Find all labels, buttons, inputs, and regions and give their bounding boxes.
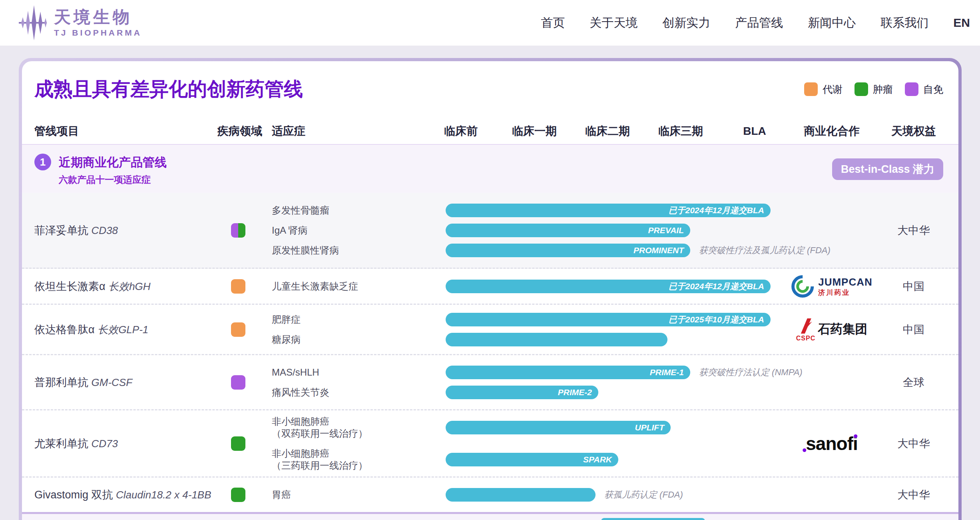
legend-item-0: 代谢: [804, 82, 843, 96]
logo-text: 天境生物 TJ BIOPHARMA: [54, 8, 142, 37]
product-target: GM-CSF: [92, 376, 133, 388]
legend-item-1: 肿瘤: [855, 82, 893, 96]
trial-name-label: 已于2024年12月递交BLA: [669, 205, 764, 216]
progress-bar: PRIME-1: [446, 366, 690, 379]
designation-note: 获突破性疗法及孤儿药认定 (FDA): [699, 244, 831, 256]
indication-line-1: 痛风性关节炎PRIME-2: [272, 382, 958, 402]
progress-bar: PREVAIL: [446, 224, 690, 237]
pipeline-row-1: 菲泽妥单抗 CD38多发性骨髓瘤已于2024年12月递交BLAIgA 肾病PRE…: [22, 193, 958, 269]
indication-line-0: 多发性骨髓瘤已于2024年12月递交BLA: [272, 200, 958, 220]
nav-item-pipeline[interactable]: 产品管线: [735, 15, 783, 31]
rights-region: 大中华: [898, 436, 930, 451]
rights-region: 中国: [903, 322, 924, 337]
column-header-4: 临床一期: [512, 124, 557, 139]
pipeline-row-4: 普那利单抗 GM-CSFMAS/sHLHPRIME-1获突破性疗法认定 (NMP…: [22, 355, 958, 410]
nav-item-home[interactable]: 首页: [541, 15, 565, 31]
partner-logo-cell: JUMPCAN济川药业: [791, 275, 872, 298]
product-cn-name: 普那利单抗: [34, 376, 92, 388]
trial-name-label: PREVAIL: [648, 226, 684, 235]
legend-label: 代谢: [823, 83, 843, 96]
page-title: 成熟且具有差异化的创新药管线: [34, 76, 303, 102]
product-name: 依达格鲁肽α 长效GLP-1: [34, 322, 148, 337]
product-cn-name: 依达格鲁肽α: [34, 324, 98, 336]
product-target: 长效GLP-1: [98, 324, 148, 336]
indication-name: 原发性膜性肾病: [272, 244, 339, 256]
column-header-5: 临床二期: [585, 124, 630, 139]
disease-area-indicator: [231, 436, 245, 451]
progress-bar: UPLIFT: [446, 421, 671, 434]
trial-name-label: PRIME-2: [558, 388, 592, 397]
nav-item-contact[interactable]: 联系我们: [880, 15, 928, 31]
column-header-7: BLA: [743, 125, 766, 138]
disease-area-indicator: [231, 488, 245, 502]
company-logo[interactable]: 天境生物 TJ BIOPHARMA: [19, 4, 142, 41]
trial-name-label: 已于2025年10月递交BLA: [669, 314, 764, 325]
trial-name-label: SPARK: [583, 455, 612, 464]
cspc-logo-mark: CSPC: [796, 318, 815, 342]
product-target: CD38: [92, 224, 118, 236]
indication-name: 非小细胞肺癌（双药联用一线治疗）: [272, 416, 368, 440]
rights-region: 大中华: [898, 488, 930, 502]
rights-region: 中国: [903, 279, 924, 294]
indication-lines: MAS/sHLHPRIME-1获突破性疗法认定 (NMPA)痛风性关节炎PRIM…: [272, 355, 958, 409]
progress-bar: 已于2024年12月递交BLA: [446, 280, 771, 293]
logo-cn: 天境生物: [54, 8, 142, 26]
product-cn-name: 依坦生长激素α: [34, 280, 108, 292]
disease-area-indicator: [231, 322, 245, 337]
legend-label: 肿瘤: [873, 83, 893, 96]
nav-item-lang-en[interactable]: EN: [953, 16, 970, 30]
pipeline-card: 成熟且具有差异化的创新药管线 代谢肿瘤自免 管线项目疾病领域适应症临床前临床一期…: [19, 58, 962, 520]
cspc-cn-name: 石药集团: [818, 321, 867, 338]
indication-line-1: IgA 肾病PREVAIL: [272, 220, 958, 240]
progress-bar: [446, 333, 667, 346]
product-target: Claudin18.2 x 4-1BB: [116, 489, 211, 501]
indication-name: 痛风性关节炎: [272, 386, 329, 398]
indication-name: 糖尿病: [272, 334, 301, 346]
section-title: 近期商业化产品管线: [59, 154, 167, 171]
indication-lines: 胃癌获孤儿药认定 (FDA): [272, 478, 958, 512]
nav-item-news[interactable]: 新闻中心: [808, 15, 856, 31]
disease-area-indicator: [231, 223, 245, 238]
sanofi-i-dot: i: [853, 433, 858, 454]
nav-item-innovation[interactable]: 创新实力: [662, 15, 710, 31]
title-row: 成熟且具有差异化的创新药管线 代谢肿瘤自免: [34, 73, 943, 105]
rights-region: 大中华: [898, 223, 930, 238]
cspc-logo: CSPC石药集团: [796, 318, 867, 342]
pipeline-row-5: 尤莱利单抗 CD73非小细胞肺癌（双药联用一线治疗）UPLIFT非小细胞肺癌（三…: [22, 410, 958, 478]
legend-label: 自免: [923, 83, 943, 96]
pipeline-row-3: 依达格鲁肽α 长效GLP-1肥胖症已于2025年10月递交BLA糖尿病CSPC石…: [22, 305, 958, 355]
progress-bar: [446, 488, 596, 502]
partner-logo-cell: CSPC石药集团: [796, 318, 867, 342]
column-header-1: 疾病领域: [217, 124, 262, 139]
column-header-8: 商业化合作: [804, 124, 860, 139]
column-header-9: 天境权益: [891, 124, 936, 139]
cspc-en-name: CSPC: [796, 335, 815, 342]
waveform-logo-icon: [19, 4, 48, 41]
trial-name-label: PRIME-1: [650, 368, 684, 377]
product-cn-name: 尤莱利单抗: [34, 438, 92, 450]
sanofi-logo: sanofi: [806, 433, 857, 454]
section-subtitle: 六款产品十一项适应症: [59, 174, 151, 186]
pipeline-card-inner: 成熟且具有差异化的创新药管线 代谢肿瘤自免 管线项目疾病领域适应症临床前临床一期…: [22, 61, 958, 520]
product-name: 普那利单抗 GM-CSF: [34, 375, 132, 390]
progress-bar: 已于2025年10月递交BLA: [446, 313, 771, 326]
indication-line-0: MAS/sHLHPRIME-1获突破性疗法认定 (NMPA): [272, 362, 958, 382]
legend-item-2: 自免: [905, 82, 943, 96]
nav-item-about[interactable]: 关于天境: [590, 15, 637, 31]
indication-name: 儿童生长激素缺乏症: [272, 280, 358, 292]
column-header-0: 管线项目: [34, 124, 79, 139]
indication-line-0: 胃癌获孤儿药认定 (FDA): [272, 485, 958, 505]
product-target: CD73: [92, 438, 118, 450]
cspc-logo-icon: [799, 318, 813, 334]
progress-bar: PROMINENT: [446, 244, 690, 257]
indication-name: 肥胖症: [272, 314, 301, 326]
legend-color-swatch: [804, 82, 818, 96]
trial-name-label: 已于2024年12月递交BLA: [669, 281, 764, 292]
logo-en: TJ BIOPHARMA: [54, 28, 142, 37]
topbar: 天境生物 TJ BIOPHARMA 首页关于天境创新实力产品管线新闻中心联系我们…: [0, 0, 980, 46]
table-header-row: 管线项目疾病领域适应症临床前临床一期临床二期临床三期BLA商业化合作天境权益: [22, 118, 958, 145]
product-name: Givastomig 双抗 Claudin18.2 x 4-1BB: [34, 488, 211, 502]
column-header-3: 临床前: [444, 124, 478, 139]
section-number-badge: 1: [34, 154, 51, 170]
jumpcan-sub: 济川药业: [818, 289, 872, 296]
